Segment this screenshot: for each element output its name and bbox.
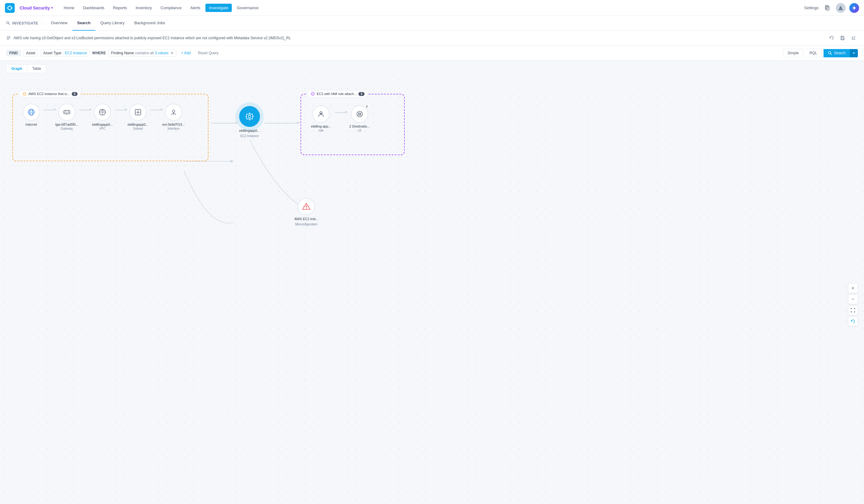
vpc-label: ebillingapp0... (92, 123, 113, 126)
subnav-background-jobs[interactable]: Background Jobs (129, 16, 170, 31)
zoom-out-btn[interactable]: − (848, 294, 858, 304)
nav-compliance[interactable]: Compliance (157, 4, 185, 12)
svg-point-16 (828, 51, 831, 54)
nav-home[interactable]: Home (60, 4, 78, 12)
asset-type-value: EC2 Instance (65, 51, 87, 55)
table-view-btn[interactable]: Table (27, 64, 46, 73)
s3-badge: 2 (364, 104, 370, 109)
interface-node-circle (165, 104, 182, 121)
cluster-2-nodes: ebilling-app... role ▶ (307, 106, 398, 132)
undo-btn[interactable] (827, 34, 836, 42)
where-label: WHERE (92, 51, 106, 55)
subnav-search[interactable]: Search (72, 16, 95, 31)
save-btn[interactable] (838, 34, 847, 42)
subnet-label: ebillingapp0... (128, 123, 148, 126)
svg-point-28 (68, 112, 69, 113)
simple-mode-btn[interactable]: Simple (783, 49, 804, 57)
nav-items: Home Dashboards Reports Inventory Compli… (60, 4, 802, 12)
nav-dashboards[interactable]: Dashboards (79, 4, 108, 12)
node-interface[interactable]: eni-0e8d7f19... Interface (161, 104, 186, 130)
arrow-to-cluster2: ▶ (264, 123, 298, 123)
nav-reports[interactable]: Reports (109, 4, 131, 12)
asset-type-label: Asset Type (43, 51, 61, 55)
settings-link[interactable]: Settings (804, 5, 819, 10)
ec2-central-label: ebillingapp0... (239, 129, 260, 132)
graph-canvas[interactable]: AWS EC2 instance that is... 5 (0, 75, 864, 504)
search-dropdown-btn[interactable] (850, 49, 858, 57)
nav-investigate[interactable]: Investigate (205, 4, 232, 12)
zoom-in-btn[interactable]: + (848, 283, 858, 293)
node-internet[interactable]: Internet (19, 104, 44, 126)
node-misconfiguration[interactable]: AWS EC2 inst... Misconfiguration (294, 198, 318, 226)
expand-btn[interactable] (849, 34, 858, 42)
nav-inventory[interactable]: Inventory (132, 4, 155, 12)
cluster-1-nodes: Internet ▶ (13, 94, 208, 133)
node-s3[interactable]: 2 2 Destinatio... s3 (346, 106, 373, 132)
gateway-sublabel: Gateway (61, 127, 73, 130)
node-subnet[interactable]: ebillingapp0... Subnet (126, 104, 150, 130)
filter-condition-chip[interactable]: Finding Name contains all 3 values ✕ (108, 49, 176, 57)
zoom-controls: + − (848, 283, 858, 326)
cluster-2-label[interactable]: EC2 with IAM role attach... 3 (307, 90, 368, 97)
nav-right: Settings (804, 3, 859, 13)
list-icon (6, 36, 11, 40)
svg-point-54 (306, 208, 307, 209)
brand-label: Cloud Security (20, 5, 50, 10)
brand-menu[interactable]: Cloud Security ▾ (20, 5, 53, 10)
main-content: Graph Table AWS EC2 i (0, 61, 864, 504)
asset-chip[interactable]: Asset (23, 49, 38, 57)
nav-governance[interactable]: Governance (233, 4, 262, 12)
query-text-row: AWS role having s3:GetObject and s3:List… (6, 36, 825, 40)
filter-field: Finding Name (111, 51, 134, 55)
subnav-overview[interactable]: Overview (46, 16, 72, 31)
query-description: AWS role having s3:GetObject and s3:List… (13, 36, 291, 40)
reset-query-btn[interactable]: Reset Query (196, 50, 221, 57)
ec2-central-icon (245, 111, 254, 121)
role-sublabel: role (319, 129, 324, 132)
svg-point-44 (248, 115, 251, 118)
role-label: ebilling-app... (311, 124, 331, 128)
reset-view-btn[interactable] (848, 316, 858, 326)
add-filter-btn[interactable]: + Add (179, 50, 193, 57)
reset-label: Reset Query (198, 51, 219, 55)
user-avatar[interactable] (836, 3, 845, 13)
asset-type-chip[interactable]: Asset Type : EC2 Instance (40, 49, 90, 57)
vpc-sublabel: VPC (99, 127, 106, 130)
rql-mode-btn[interactable]: RQL (805, 49, 822, 57)
misc-node-circle (298, 198, 315, 215)
asset-type-colon: : (62, 51, 63, 55)
subnav-query-library[interactable]: Query Library (95, 16, 129, 31)
node-role[interactable]: ebilling-app... role (307, 106, 335, 132)
chevron-down-icon (852, 51, 855, 55)
s3-sublabel: s3 (358, 129, 361, 132)
fit-icon (851, 308, 855, 313)
graph-view-btn[interactable]: Graph (6, 64, 27, 73)
cluster-1-count: 5 (72, 92, 78, 96)
filter-close-btn[interactable]: ✕ (170, 51, 173, 55)
misc-sublabel: Misconfiguration (295, 223, 317, 226)
node-gateway[interactable]: igw-087ad5f0... Gateway (55, 104, 79, 130)
fit-screen-btn[interactable] (848, 305, 858, 315)
asset-label: Asset (26, 51, 35, 55)
role-node-circle (312, 106, 329, 123)
node-vpc[interactable]: ebillingapp0... VPC (90, 104, 115, 130)
search-btn[interactable]: Search (824, 49, 850, 57)
brand-chevron: ▾ (51, 6, 53, 10)
s3-label: 2 Destinatio... (349, 124, 370, 128)
docs-icon-btn[interactable] (822, 3, 832, 13)
svg-point-27 (67, 112, 68, 113)
view-toggle: Graph Table (0, 61, 864, 75)
cluster-1-label[interactable]: AWS EC2 instance that is... 5 (19, 90, 81, 97)
search-button-group: Search (824, 49, 858, 57)
node-ec2-central[interactable]: ebillingapp0... EC2 Instance (239, 106, 260, 137)
svg-line-9 (9, 23, 10, 25)
ai-assistant-btn[interactable] (849, 3, 859, 13)
top-navigation: Cloud Security ▾ Home Dashboards Reports… (0, 0, 864, 16)
gateway-node-circle (58, 104, 75, 121)
nav-alerts[interactable]: Alerts (187, 4, 204, 12)
cluster-2-text: EC2 with IAM role attach... (317, 92, 357, 96)
svg-rect-43 (247, 114, 253, 119)
app-logo (5, 3, 15, 13)
interface-sublabel: Interface (168, 127, 180, 130)
add-label: + Add (181, 51, 191, 55)
